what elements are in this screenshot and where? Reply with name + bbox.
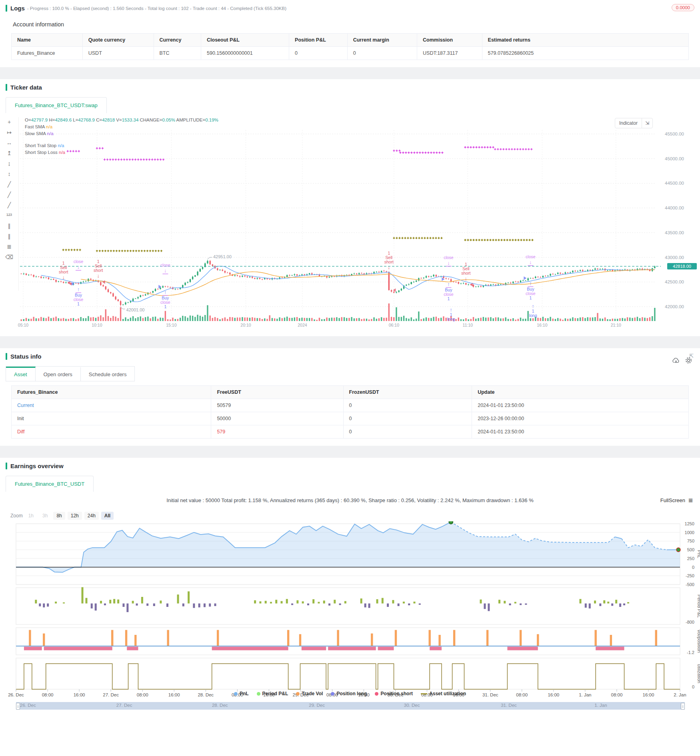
price-arrow-icon[interactable]: ↦ [7, 129, 12, 136]
svg-text:Period P&L: Period P&L [697, 594, 700, 618]
section-divider [0, 67, 700, 79]
svg-text:1: 1 [77, 301, 80, 306]
svg-text:-250: -250 [686, 573, 694, 578]
legend-item-trade-vol[interactable]: Trade Vol [296, 691, 323, 696]
cell: 2024-01-01 23:50:00 [472, 425, 689, 439]
zoom-button-8h[interactable]: 8h [53, 512, 65, 520]
svg-text:44500.00: 44500.00 [665, 181, 684, 186]
legend-item-pnl[interactable]: PnL [234, 691, 249, 696]
column-header: Quote currency [82, 34, 154, 47]
chart-navigator[interactable]: 26. Dec27. Dec28. Dec29. Dec30. Dec31. D… [16, 702, 685, 710]
column-header: Currency [154, 34, 201, 47]
fullscreen-button[interactable]: FullScreen [660, 497, 685, 503]
zoom-button-all[interactable]: All [101, 512, 114, 520]
svg-text:1: 1 [62, 261, 65, 265]
candlestick-chart-area[interactable]: 45500.0045000.0044500.0044000.0043500.00… [0, 113, 700, 329]
trend-line-icon[interactable]: ╱ [8, 181, 11, 188]
stop-series [62, 237, 534, 252]
cell: 590.1560000000001 [201, 47, 289, 60]
earnings-title: Earnings overview [10, 463, 64, 469]
zoom-button-24h[interactable]: 24h [84, 512, 99, 520]
zoom-button-12h[interactable]: 12h [68, 512, 82, 520]
vertical-segment-icon[interactable]: ↨ [8, 160, 11, 167]
crosshair-icon[interactable]: + [8, 119, 11, 126]
svg-text:↑: ↑ [532, 303, 534, 309]
svg-text:Sell: Sell [462, 266, 470, 271]
navigator-handle-right[interactable]: || [681, 703, 685, 710]
numbered-line-icon[interactable]: ¹²³ [6, 212, 12, 219]
cloud-download-icon[interactable] [672, 357, 680, 364]
legend-dot-marker [257, 692, 260, 696]
utilization-line [16, 664, 680, 689]
indicator-button[interactable]: Indicator ⇲ [615, 118, 653, 128]
svg-text:1000: 1000 [685, 530, 694, 535]
tab-open-orders[interactable]: Open orders [36, 367, 81, 381]
svg-text:close: close [526, 254, 536, 259]
horizontal-lines-icon[interactable]: ≣ [7, 243, 12, 250]
horizontal-ray-icon[interactable]: ↔ [6, 140, 12, 146]
channel-lines-icon[interactable]: ∥ [8, 233, 11, 240]
expand-icon[interactable]: ⇲ [642, 118, 652, 128]
gear-icon[interactable] [685, 357, 692, 364]
svg-text:↑: ↑ [164, 289, 167, 295]
segment-line-icon[interactable]: ╱ [8, 202, 11, 209]
svg-text:↑: ↑ [450, 307, 452, 313]
section-accent-bar [6, 5, 7, 12]
legend-item-position-short[interactable]: Position short [375, 691, 413, 696]
account-information-heading: Account information [13, 21, 700, 28]
volume-layer [20, 303, 655, 321]
account-information-table: NameQuote currencyCurrencyCloseout P&LPo… [11, 33, 689, 60]
tab-asset[interactable]: Asset [6, 367, 36, 381]
pnl-area [16, 522, 680, 572]
table-row: Init5000002023-12-26 00:00:00 [12, 412, 689, 425]
earnings-legend: PnLPeriod P&LTrade VolPosition longPosit… [0, 691, 700, 696]
svg-text:1: 1 [164, 304, 166, 309]
svg-text:11:10: 11:10 [463, 323, 473, 327]
svg-text:↓: ↓ [164, 267, 167, 273]
zoom-label: Zoom [10, 513, 23, 519]
legend-row: Slow SMA n/a [25, 130, 218, 137]
cell: BTC [154, 47, 201, 60]
cell: 579 [211, 425, 343, 439]
column-header: Name [12, 34, 83, 47]
svg-text:↓: ↓ [62, 274, 65, 280]
chart-legend: O=42797.9 H=42849.6 L=42768.9 C=42818 V=… [25, 116, 218, 156]
svg-text:0: 0 [692, 565, 694, 570]
earnings-symbol-tab[interactable]: Futures_Binance_BTC_USDT [6, 476, 94, 492]
indicator-label[interactable]: Indicator [615, 118, 642, 128]
extended-vertical-icon[interactable]: ↕ [8, 171, 11, 178]
cell: 50579 [211, 399, 343, 412]
legend-item-asset-utilization[interactable]: Asset utilization [421, 691, 466, 696]
navigator-date-label: 1. Jan [594, 703, 607, 708]
navigator-date-label: 30. Dec [404, 703, 420, 708]
vertical-line-icon[interactable]: ↥ [7, 150, 12, 157]
legend-item-period-p&l[interactable]: Period P&L [257, 691, 288, 696]
account-table-head: NameQuote currencyCurrencyCloseout P&LPo… [12, 34, 689, 47]
table-row: Current5057902024-01-01 23:50:00 [12, 399, 689, 412]
ticker-symbol-tab[interactable]: Futures_Binance_BTC_USDT:swap [6, 97, 107, 113]
svg-text:long: long [529, 313, 537, 318]
legend-dot-marker [234, 692, 238, 696]
earnings-chart[interactable]: 125010007505002500-250-500PnL-800Period … [0, 521, 700, 700]
ray-line-icon[interactable]: ╱ [8, 191, 11, 198]
svg-text:close: close [160, 263, 170, 267]
asset-table-head: Futures_BinanceFreeUSDTFrozenUSDTUpdate [12, 386, 689, 399]
last-price-badge: 42818.00 [667, 263, 697, 269]
chart-menu-icon[interactable]: ≡ [688, 498, 693, 503]
earnings-chart-area[interactable]: 125010007505002500-250-500PnL-800Period … [0, 521, 700, 700]
trash-icon[interactable]: ⌫ [5, 254, 13, 261]
parallel-lines-icon[interactable]: ∥ [8, 223, 11, 229]
drawing-toolbar: +↦↔↥↨↕╱╱╱¹²³∥∥≣⌫ [0, 117, 19, 291]
svg-text:43000.00: 43000.00 [665, 255, 684, 260]
legend-item-position-long[interactable]: Position long [331, 691, 367, 696]
svg-text:45000.00: 45000.00 [665, 156, 684, 161]
legend-row: Short Stop Loss n/a [25, 149, 218, 156]
svg-text:1: 1 [97, 259, 100, 264]
navigator-date-label: 28. Dec [212, 703, 228, 708]
svg-text:16:10: 16:10 [537, 323, 547, 327]
svg-text:1: 1 [529, 295, 532, 300]
navigator-handle-left[interactable]: || [16, 703, 20, 710]
fast-sma-line [41, 266, 655, 302]
tab-schedule-orders[interactable]: Schedule orders [81, 367, 135, 381]
svg-text:-1.2: -1.2 [687, 650, 694, 655]
